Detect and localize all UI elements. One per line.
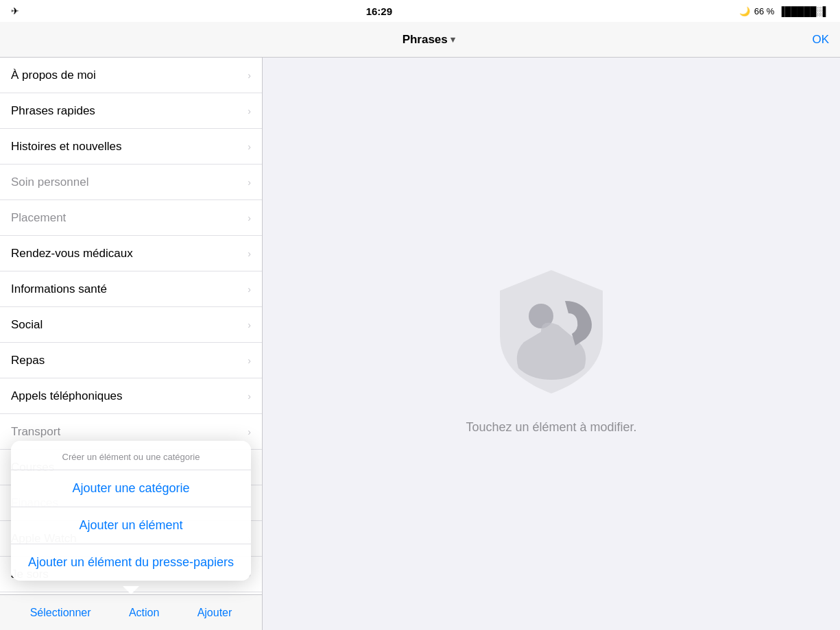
status-bar-left: ✈ [11,5,19,16]
placeholder-icon [476,253,627,404]
list-item[interactable]: Appels téléphoniques › [0,378,262,414]
list-item[interactable]: Histoires et nouvelles › [0,129,262,165]
nav-title-text: Phrases [403,33,448,47]
list-item-chevron: › [248,355,251,366]
nav-title-chevron: ▾ [451,34,455,45]
list-item[interactable]: Phrases rapides › [0,93,262,129]
list-item-label: Phrases rapides [11,104,95,118]
popup-triangle [123,586,139,594]
popup-wrapper: Créer un élément ou une catégorie Ajoute… [0,441,262,594]
status-bar-time: 16:29 [366,5,392,17]
moon-icon: 🌙 [739,6,750,16]
list-item-chevron: › [248,248,251,259]
list-item-chevron: › [248,284,251,295]
list-item-label: Transport [11,425,60,439]
popup-header: Créer un élément ou une catégorie [11,441,251,470]
add-clipboard-button[interactable]: Ajouter un élément du presse-papiers [11,544,251,581]
list-item-label: Informations santé [11,282,107,296]
list-item-label: Rendez-vous médicaux [11,247,133,261]
list-item-label: Placement [11,211,66,225]
list-item-label: À propos de moi [11,69,96,82]
list-item-chevron: › [248,391,251,402]
list-item-chevron: › [248,141,251,152]
placeholder-text: Touchez un élément à modifier. [466,420,636,435]
right-panel: Touchez un élément à modifier. [263,58,840,630]
battery-level: 66 % [754,6,775,16]
battery-icon: ▐█████░▌ [778,6,829,16]
popup: Créer un élément ou une catégorie Ajoute… [11,441,251,581]
list-item-chevron: › [248,319,251,330]
airplane-icon: ✈ [11,5,19,16]
status-bar: ✈ 16:29 🌙 66 % ▐█████░▌ [0,0,840,22]
list-item[interactable]: Informations santé › [0,271,262,307]
status-bar-right: 🌙 66 % ▐█████░▌ [739,6,829,16]
list-item-label: Appels téléphoniques [11,389,123,403]
add-button[interactable]: Ajouter [187,601,243,625]
bottom-toolbar: Sélectionner Action Ajouter [0,594,262,630]
list-item-label: Soin personnel [11,175,88,189]
list-item-label: Histoires et nouvelles [11,140,122,154]
list-item-chevron: › [248,426,251,437]
list-item-chevron: › [248,70,251,81]
list-item[interactable]: Placement › [0,200,262,236]
list-item-chevron: › [248,177,251,188]
list-item[interactable]: Social › [0,307,262,343]
action-button[interactable]: Action [118,601,170,625]
select-button[interactable]: Sélectionner [19,601,102,625]
left-panel: À propos de moi › Phrases rapides › Hist… [0,58,263,630]
popup-header-text: Créer un élément ou une catégorie [62,452,200,462]
ok-button[interactable]: OK [812,33,829,47]
list-item-label: Social [11,318,43,332]
nav-bar: Phrases ▾ OK [0,22,840,58]
list-item[interactable]: Repas › [0,343,262,378]
add-element-button[interactable]: Ajouter un élément [11,507,251,544]
list-item-label: Repas [11,354,45,367]
list-item-chevron: › [248,213,251,223]
add-category-button[interactable]: Ajouter une catégorie [11,470,251,507]
list-item-chevron: › [248,106,251,117]
list-item[interactable]: Soin personnel › [0,165,262,200]
list-item[interactable]: Rendez-vous médicaux › [0,236,262,271]
nav-title: Phrases ▾ [403,33,455,47]
list-item[interactable]: À propos de moi › [0,58,262,93]
main-content: À propos de moi › Phrases rapides › Hist… [0,58,840,630]
